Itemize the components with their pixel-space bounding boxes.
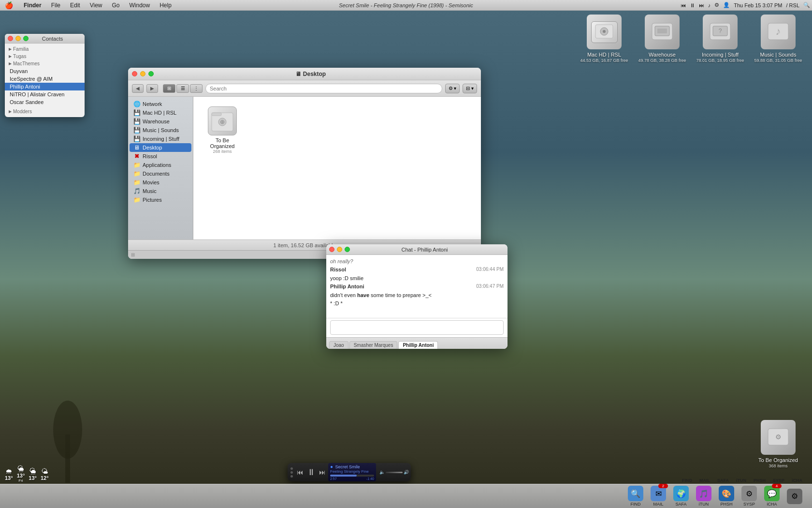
sidebar-item-movies[interactable]: 📁 Movies <box>130 178 191 187</box>
dock-item-extra[interactable]: ⚙ <box>787 489 802 504</box>
back-button[interactable]: ◀ <box>132 84 144 93</box>
contacts-person-duyvan[interactable]: Duyvan <box>5 67 85 75</box>
contacts-person-nitro[interactable]: NiTRO | Alistair Craven <box>5 90 85 98</box>
contacts-person-phillip[interactable]: Phillip Antoni <box>5 83 85 90</box>
menu-edit[interactable]: Edit <box>68 2 82 9</box>
menu-go[interactable]: Go <box>110 2 122 9</box>
search-icon[interactable]: 🔍 <box>803 2 810 8</box>
desktop-icon-mac-hd[interactable]: Mac HD | RSL 44.53 GB, 16.87 GB free <box>580 15 628 64</box>
finder-maximize-button[interactable] <box>148 71 154 76</box>
chat-tab-phillip[interactable]: Phillip Antoni <box>398 341 438 349</box>
sidebar-item-mac-hd[interactable]: 💾 Mac HD | RSL <box>130 108 191 117</box>
volume-slider[interactable] <box>386 472 403 473</box>
finder-minimize-button[interactable] <box>140 71 145 76</box>
sidebar-item-pictures[interactable]: 📁 Pictures <box>130 195 191 204</box>
dock-label-icha: iCHA <box>792 478 802 483</box>
chevron-right-icon: ▶ <box>9 109 12 114</box>
chat-minimize-button[interactable] <box>337 247 342 252</box>
dock-item-sysprefs[interactable]: ⚙ SYSP <box>741 486 757 507</box>
sidebar-item-music-sounds[interactable]: 💾 Music | Sounds <box>130 126 191 134</box>
sidebar-item-incoming-stuff[interactable]: 💾 Incoming | Stuff <box>130 134 191 143</box>
dock-item-mail[interactable]: ✉ MAIL <box>651 486 666 507</box>
sidebar-item-applications[interactable]: 📁 Applications <box>130 161 191 169</box>
contacts-person-icespectre[interactable]: IceSpectre @ AIM <box>5 75 85 83</box>
sidebar-item-documents[interactable]: 📁 Documents <box>130 169 191 178</box>
itunes-pause-button[interactable]: ⏸ <box>306 466 317 478</box>
sidebar-item-network[interactable]: 🌐 Network <box>130 100 191 108</box>
dock-item-safa[interactable]: 🌍 SAFA <box>673 486 689 507</box>
apple-menu[interactable]: 🍎 <box>2 1 16 9</box>
svg-text:⚙: ⚙ <box>775 433 782 441</box>
itunes-display: ● Secret Smile Feeling Strangely Fine 2:… <box>328 463 376 481</box>
weather-item-3: 🌤 12° <box>41 467 49 481</box>
movies-sidebar-icon: 📁 <box>133 179 140 186</box>
sidebar-item-warehouse[interactable]: 💾 Warehouse <box>130 117 191 126</box>
sidebar-warehouse-label: Warehouse <box>143 119 170 124</box>
sidebar-item-music[interactable]: 🎵 Music <box>130 187 191 195</box>
tree-silhouette <box>48 396 87 483</box>
dock-label-phsh: PHSH <box>754 478 766 483</box>
menu-window[interactable]: Window <box>128 2 152 9</box>
media-pause-icon[interactable]: ⏸ <box>690 2 695 8</box>
weather-temp-2: 13° <box>29 475 37 481</box>
user-icon[interactable]: 👤 <box>723 2 730 8</box>
itunes-next-button[interactable]: ⏭ <box>318 467 327 477</box>
menu-help[interactable]: Help <box>158 2 174 9</box>
chat-tab-smasher[interactable]: Smasher Marques <box>349 341 398 349</box>
dock-label-safa: SAFA <box>717 478 729 483</box>
chat-time-1: 03:06:44 PM <box>476 266 504 273</box>
contacts-group-modders[interactable]: ▶ Modders <box>5 108 85 115</box>
desktop-icon-music-sounds[interactable]: ♪ Music | Sounds 59.88 GB, 31.05 GB free <box>754 15 802 64</box>
desktop-icon-to-be-organized-br[interactable]: ⚙ To Be Organized 368 items <box>754 420 802 469</box>
dock-item-photoshop[interactable]: 🎨 PHSH <box>719 486 734 507</box>
itunes-progress-bar[interactable] <box>330 475 374 477</box>
itunes-prev-button[interactable]: ⏮ <box>296 467 304 477</box>
menu-finder[interactable]: Finder <box>22 2 44 9</box>
contacts-group-macthemes[interactable]: ▶ MacThemes <box>5 60 85 67</box>
chat-maximize-button[interactable] <box>345 247 350 252</box>
finder-file-to-be-organized[interactable]: ⊕ To Be Organized 268 items <box>203 106 242 154</box>
music-icon[interactable]: ♪ <box>708 2 711 8</box>
finder-search-input[interactable] <box>205 84 442 93</box>
dock-item-find[interactable]: 🔍 FIND <box>628 486 643 507</box>
weather-item-2: 🌦 13° <box>29 467 37 481</box>
dock-item-ichat[interactable]: 💬 iCHA <box>764 486 780 507</box>
icon-view-button[interactable]: ⊞ <box>163 84 175 93</box>
itunes-controls: ⏮ ⏸ ⏭ <box>296 466 327 478</box>
desktop-icon-warehouse[interactable]: Warehouse 49.78 GB, 38.28 GB free <box>638 15 686 64</box>
music-sounds-sidebar-icon: 💾 <box>133 127 140 134</box>
list-view-button[interactable]: ☰ <box>176 84 189 93</box>
column-view-button[interactable]: ⋮ <box>190 84 203 93</box>
display-button[interactable]: ⊟ ▾ <box>463 84 477 93</box>
contacts-close-button[interactable] <box>8 36 13 41</box>
contacts-maximize-button[interactable] <box>23 36 29 41</box>
menu-file[interactable]: File <box>49 2 62 9</box>
dock-find-label: FIND <box>631 502 641 507</box>
dock-item-itunes[interactable]: 🎵 iTUN <box>696 486 711 507</box>
contacts-title: Contacts <box>31 36 74 42</box>
media-next-icon[interactable]: ⏭ <box>699 2 704 8</box>
chat-sender-phillip: Phillip Antoni <box>330 284 364 289</box>
chat-text-oh-really: oh really? <box>330 258 353 264</box>
gear-icon[interactable]: ⚙ <box>714 2 719 8</box>
sidebar-item-desktop[interactable]: 🖥 Desktop <box>130 143 191 152</box>
network-icon: 🌐 <box>133 101 140 107</box>
chat-input[interactable] <box>330 320 504 335</box>
contacts-person-oscar[interactable]: Oscar Sandee <box>5 98 85 106</box>
media-prev-icon[interactable]: ⏮ <box>681 2 686 8</box>
applications-sidebar-icon: 📁 <box>133 162 140 168</box>
weather-temp-1: 13° <box>17 473 25 478</box>
chat-message-4: 03:06:47 PM Phillip Antoni <box>330 283 504 290</box>
forward-button[interactable]: ▶ <box>146 84 158 93</box>
contacts-minimize-button[interactable] <box>15 36 21 41</box>
desktop-icon-incoming[interactable]: ? Incoming | Stuff 78.01 GB, 18.95 GB fr… <box>696 15 744 64</box>
sidebar-item-rissol[interactable]: ✖ Rissol <box>130 152 191 161</box>
menu-view[interactable]: View <box>88 2 104 9</box>
action-button[interactable]: ⚙ ▾ <box>445 84 460 93</box>
contacts-group-familia[interactable]: ▶ Familia <box>5 45 85 53</box>
chat-close-button[interactable] <box>329 247 334 252</box>
itunes-album-name: Feeling Strangely Fine <box>330 469 374 474</box>
chat-tab-joao[interactable]: Joao <box>329 341 348 349</box>
contacts-group-tugas[interactable]: ▶ Tugas <box>5 53 85 60</box>
finder-close-button[interactable] <box>132 71 137 76</box>
